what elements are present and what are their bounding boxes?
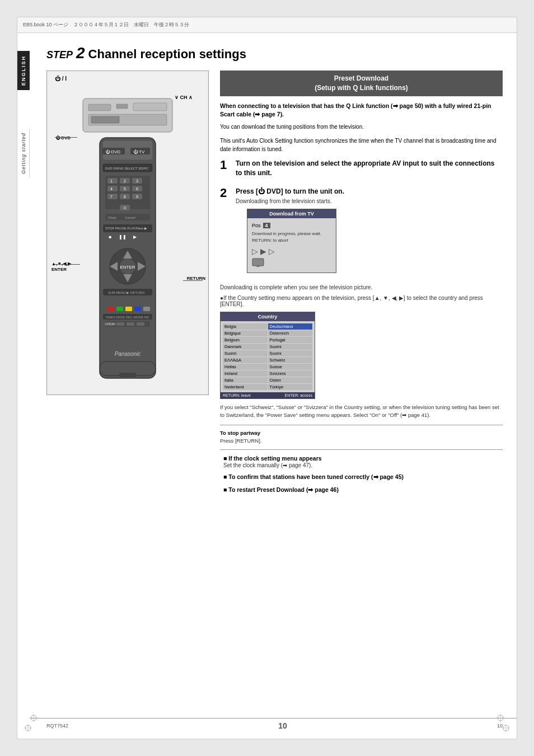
country-item-deutschland: Deutschland <box>268 323 313 330</box>
step-1-text: Turn on the television and select the ap… <box>236 159 503 178</box>
country-item-suomi2: Suomi <box>223 350 268 356</box>
progress-line2: RETURN: to abort <box>252 237 331 243</box>
country-box-title: Country <box>221 312 315 321</box>
top-bar: EB5.book 10 ページ ２０００４年５月１２日 水曜日 午後２時５３分 <box>17 17 517 33</box>
bullet-1-title: ■ If the clock setting menu appears <box>223 454 322 463</box>
svg-rect-76 <box>143 307 150 311</box>
svg-text:⏻ TV: ⏻ TV <box>133 149 145 154</box>
svg-text:SUB MENU        ▶  RETURN: SUB MENU ▶ RETURN <box>108 291 144 294</box>
download-pos-row: Pos 4 <box>252 223 331 228</box>
country-box: Country Belgia Deutschland Belgique Öste… <box>220 312 315 399</box>
enter-arrow-line <box>55 264 80 265</box>
preset-box-subtitle: (Setup with Q Link functions) <box>226 83 497 93</box>
intro-bold-text: When connecting to a television that has… <box>220 102 503 120</box>
svg-rect-91 <box>119 373 136 377</box>
step-2-number: 2 <box>220 187 230 199</box>
svg-rect-92 <box>252 259 264 266</box>
country-item-suisse: Suisse <box>268 364 313 370</box>
download-arrows: ▷ ▶ ▷ <box>252 247 331 256</box>
svg-rect-81 <box>116 322 124 326</box>
svg-text:ENTER: ENTER <box>120 265 135 270</box>
svg-rect-68 <box>103 298 114 303</box>
svg-rect-17 <box>91 116 119 123</box>
step-title: STEP 2 Channel reception settings <box>46 44 503 62</box>
svg-rect-71 <box>143 298 152 303</box>
svg-text:Clock: Clock <box>108 216 117 219</box>
step-number: 2 <box>76 44 85 62</box>
country-item-osterr: Osterr <box>268 377 313 383</box>
svg-text:4: 4 <box>110 187 113 191</box>
country-item-ireland: Ireland <box>223 370 268 377</box>
country-item-belgia: Belgia <box>223 323 268 330</box>
svg-text:3: 3 <box>136 179 138 183</box>
bullet-2-title: ■ To confirm that stations have been tun… <box>223 473 404 481</box>
country-item-hellas: Hellas <box>223 364 268 370</box>
svg-rect-74 <box>125 307 132 311</box>
svg-rect-87 <box>128 330 135 334</box>
step-2-subtext: Downloading from the television starts. <box>236 198 503 204</box>
intro-normal-text2: This unit's Auto Clock Setting function … <box>220 137 503 153</box>
svg-rect-14 <box>116 104 128 109</box>
step-1-number: 1 <box>220 159 230 171</box>
download-box-body: Pos 4 Download in progress, please wait.… <box>247 218 336 272</box>
enter-label: ▲,▼,◀,▶ENTER <box>51 261 71 273</box>
country-item-svizzera: Svizzera <box>268 370 313 377</box>
svg-text:■: ■ <box>109 234 112 240</box>
stop-partway-text: Press [RETURN]. <box>220 437 503 444</box>
svg-text:8: 8 <box>124 195 126 199</box>
svg-text:❚❚: ❚❚ <box>119 234 127 240</box>
remote-control-area: ⏻ / I ∨ CH ∧ <box>46 71 209 395</box>
footer-return: RETURN: leave <box>223 393 251 397</box>
corner-mark-br2 <box>496 714 504 722</box>
page-number-right: 10 <box>497 723 503 729</box>
svg-text:0: 0 <box>124 206 126 210</box>
bullet-1-text: Set the clock manually (➡ page 47). <box>223 462 322 468</box>
step-title-text: Channel reception settings <box>88 47 246 62</box>
svg-text:2: 2 <box>124 179 126 183</box>
svg-text:Panasonic: Panasonic <box>115 351 141 357</box>
country-item-suomi3: Suomi <box>268 350 313 356</box>
svg-text:7: 7 <box>110 195 113 199</box>
svg-rect-82 <box>127 322 134 326</box>
corner-mark-bl2 <box>30 714 38 722</box>
svg-text:▶: ▶ <box>133 234 137 240</box>
return-arrow-line <box>183 280 203 281</box>
right-column: Preset Download (Setup with Q Link funct… <box>220 71 503 499</box>
svg-rect-55 <box>142 234 149 240</box>
download-from-tv-box: Download from TV Pos 4 Download in progr… <box>247 209 336 273</box>
bullet-item-3: ■ To restart Preset Download (➡ page 46) <box>220 486 503 494</box>
page: EB5.book 10 ページ ２０００４年５月１２日 水曜日 午後２時５３分 … <box>17 17 517 739</box>
svg-text:⏻ DVD: ⏻ DVD <box>105 149 120 154</box>
svg-text:5: 5 <box>124 187 126 191</box>
svg-text:9: 9 <box>136 195 138 199</box>
country-item-schweiz: Schweiz <box>268 357 313 363</box>
swiss-note: If you select "Schweiz", "Suisse" or "Sv… <box>220 403 503 420</box>
country-item-suomi: Suomi <box>268 344 313 350</box>
remote-image: ⏻ DVD ⏻ TV DVD DRIVE SELECT SD/PC 1 <box>53 77 203 389</box>
step-2-content: Press [⏻ DVD] to turn the unit on. Downl… <box>236 187 503 278</box>
pos-label: Pos <box>252 223 261 228</box>
step-1-content: Turn on the television and select the ap… <box>236 159 503 180</box>
step-2: 2 Press [⏻ DVD] to turn the unit on. Dow… <box>220 187 503 278</box>
svg-rect-33 <box>107 186 118 191</box>
country-item-belgique: Belgique <box>223 330 268 336</box>
svg-rect-93 <box>256 266 260 267</box>
step-1: 1 Turn on the television and select the … <box>220 159 503 180</box>
getting-started-label: Getting started <box>21 133 26 174</box>
svg-rect-15 <box>133 103 167 111</box>
svg-rect-70 <box>130 298 141 303</box>
country-item-ellada: ΕΛΛΆΔΑ <box>223 357 268 363</box>
bullet-3-title: ■ To restart Preset Download (➡ page 46) <box>223 486 339 494</box>
country-item-portugal: Portugal <box>268 337 313 343</box>
two-column-layout: ⏻ / I ∨ CH ∧ <box>46 71 503 499</box>
svg-text:EXTLNK: EXTLNK <box>105 322 116 326</box>
country-item-osterreich: Österreich <box>268 330 313 336</box>
divider-1 <box>220 425 503 425</box>
bullet-item-1: ■ If the clock setting menu appears Set … <box>220 454 503 469</box>
step-2-text: Press [⏻ DVD] to turn the unit on. <box>236 187 503 196</box>
svg-text:1: 1 <box>110 179 113 183</box>
svg-text:DVD  DRIVE SELECT  SD/PC: DVD DRIVE SELECT SD/PC <box>105 167 149 170</box>
country-note-text: ●If the Country setting menu appears on … <box>220 295 503 307</box>
country-item-danmark: Danmark <box>223 344 268 350</box>
svg-rect-85 <box>105 330 113 334</box>
